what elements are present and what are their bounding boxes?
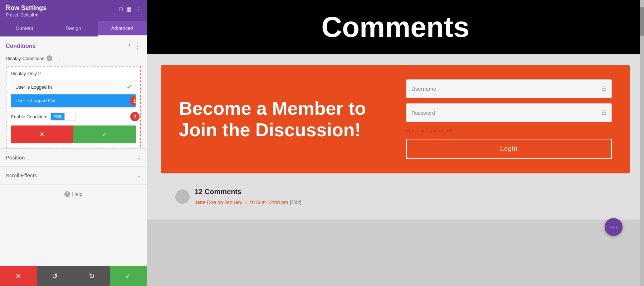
display-conditions-label: Display Conditions ? ⋮ bbox=[6, 54, 141, 62]
condition-items: User is Logged In ✓ User is Logged Out 1 bbox=[11, 80, 136, 108]
panel-header: Row Settings Preset: Default ▾ □ ▦ ⋮ bbox=[0, 0, 147, 21]
comments-row: 12 Comments Jane Doe on January 1, 2019 … bbox=[175, 188, 615, 205]
condition-box: Display Only If User is Logged In ✓ User… bbox=[6, 66, 141, 148]
edit-label[interactable]: (Edit) bbox=[289, 199, 301, 205]
tab-content[interactable]: Content bbox=[0, 21, 49, 36]
bottom-undo-button[interactable]: ↺ bbox=[37, 266, 74, 286]
tab-design[interactable]: Design bbox=[49, 21, 98, 36]
fullscreen-icon[interactable]: □ bbox=[119, 6, 123, 13]
display-conditions-dots[interactable]: ⋮ bbox=[56, 54, 62, 62]
comment-author: Jane Doe on January 1, 2019 at 12:00 pm … bbox=[195, 199, 302, 205]
comments-title: Comments bbox=[321, 11, 469, 43]
condition-item-logged-in[interactable]: User is Logged In ✓ bbox=[11, 80, 136, 94]
condition-confirm-button[interactable]: ✓ bbox=[73, 125, 136, 143]
help-icon: ? bbox=[64, 191, 70, 197]
chevron-up-icon[interactable]: ⌃ bbox=[127, 43, 132, 49]
display-only-if: Display Only If bbox=[11, 71, 136, 76]
toggle-yes-label: YES bbox=[51, 113, 64, 120]
orange-card-text: Become a Member to Join the Discussion! bbox=[179, 98, 385, 141]
bottom-redo-button[interactable]: ↻ bbox=[73, 266, 110, 286]
panel-header-icons: □ ▦ ⋮ bbox=[119, 6, 141, 13]
panel-preset[interactable]: Preset: Default ▾ bbox=[6, 13, 47, 18]
tabs: Content Design Advanced bbox=[0, 21, 147, 36]
enable-condition-label: Enable Condition bbox=[11, 114, 46, 119]
tab-advanced[interactable]: Advanced bbox=[98, 21, 147, 36]
position-section: Position ⌄ bbox=[0, 148, 147, 166]
condition-item-logged-in-check: ✓ bbox=[127, 84, 131, 90]
condition-item-logged-out[interactable]: User is Logged Out bbox=[11, 94, 136, 107]
condition-item-logged-in-label: User is Logged In bbox=[15, 84, 52, 90]
condition-item-logged-out-label: User is Logged Out bbox=[15, 98, 55, 103]
action-buttons: ✕ ✓ bbox=[11, 125, 136, 143]
bottom-cancel-button[interactable]: ✕ bbox=[0, 266, 37, 286]
password-placeholder: Password bbox=[411, 110, 435, 116]
condition-item-2-wrapper: User is Logged Out 1 bbox=[11, 94, 136, 107]
username-field[interactable]: Username ☷ bbox=[406, 79, 612, 98]
section-dots-icon[interactable]: ⋮ bbox=[135, 42, 141, 50]
comment-avatar bbox=[175, 189, 190, 204]
more-options-icon[interactable]: ⋮ bbox=[135, 6, 141, 13]
left-panel: Row Settings Preset: Default ▾ □ ▦ ⋮ Con… bbox=[0, 0, 147, 286]
password-field[interactable]: Password ☷ bbox=[406, 103, 612, 122]
login-button[interactable]: Login bbox=[406, 139, 612, 159]
forgot-password-link[interactable]: Forgot your password? bbox=[406, 128, 454, 133]
scrollbar-thumb bbox=[640, 7, 644, 36]
bottom-bar: ✕ ↺ ↻ ✓ bbox=[0, 266, 147, 286]
main-area: Become a Member to Join the Discussion! … bbox=[147, 54, 644, 220]
comments-header: Comments bbox=[147, 0, 644, 54]
scroll-effects-section: Scroll Effects ⌄ bbox=[0, 166, 147, 184]
right-content: Comments Become a Member to Join the Dis… bbox=[147, 0, 644, 286]
columns-icon[interactable]: ▦ bbox=[126, 6, 132, 13]
display-conditions-help-icon[interactable]: ? bbox=[47, 55, 52, 61]
scroll-effects-header[interactable]: Scroll Effects ⌄ bbox=[6, 172, 141, 178]
orange-card-form: Username ☷ Password ☷ Forgot your passwo… bbox=[406, 79, 612, 159]
position-title: Position bbox=[6, 154, 25, 161]
badge-2: 2 bbox=[130, 112, 140, 121]
help-section: ? Help bbox=[0, 184, 147, 203]
orange-card: Become a Member to Join the Discussion! … bbox=[161, 65, 630, 173]
help-label: Help bbox=[72, 191, 83, 197]
fab-button[interactable]: ⋯ bbox=[605, 218, 623, 236]
conditions-section-header: Conditions ⌃ ⋮ bbox=[6, 42, 141, 50]
scroll-effects-chevron-icon: ⌄ bbox=[137, 173, 141, 178]
position-chevron-icon: ⌄ bbox=[137, 155, 141, 161]
comments-section: 12 Comments Jane Doe on January 1, 2019 … bbox=[161, 184, 630, 209]
toggle-yes[interactable]: YES bbox=[50, 113, 75, 120]
scroll-effects-title: Scroll Effects bbox=[6, 172, 37, 178]
username-icon: ☷ bbox=[601, 85, 606, 92]
enable-condition-row: Enable Condition YES 2 bbox=[11, 113, 136, 120]
condition-cancel-button[interactable]: ✕ bbox=[11, 125, 73, 143]
help-button[interactable]: ? Help bbox=[64, 191, 83, 197]
comments-count: 12 Comments bbox=[195, 188, 302, 196]
panel-title: Row Settings bbox=[6, 4, 47, 12]
section-header-right: ⌃ ⋮ bbox=[127, 42, 141, 50]
position-header[interactable]: Position ⌄ bbox=[6, 154, 141, 161]
username-placeholder: Username bbox=[411, 86, 436, 92]
right-scrollbar[interactable] bbox=[640, 0, 644, 286]
panel-content: Conditions ⌃ ⋮ Display Conditions ? ⋮ Di… bbox=[0, 36, 147, 266]
conditions-title: Conditions bbox=[6, 43, 36, 49]
toggle-yes-box[interactable] bbox=[64, 113, 75, 120]
bottom-confirm-button[interactable]: ✓ bbox=[110, 266, 147, 286]
password-icon: ☷ bbox=[601, 109, 606, 116]
